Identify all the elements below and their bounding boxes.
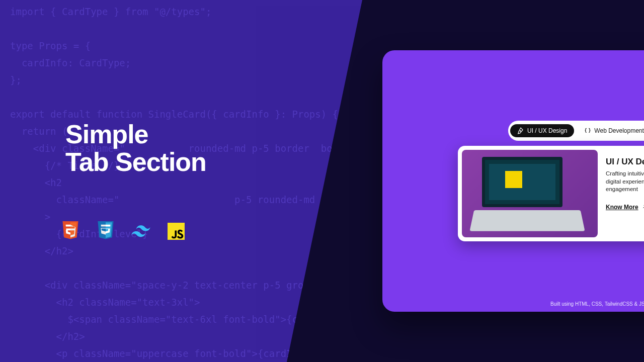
- headline: Simple Tab Section: [65, 121, 206, 175]
- card-image: [462, 150, 598, 237]
- tab-ui-ux[interactable]: UI / UX Design: [510, 124, 574, 137]
- pen-nib-icon: [517, 127, 524, 134]
- preview-window: UI / UX Design Web Development: [382, 50, 644, 312]
- tech-logos-row: [60, 221, 186, 241]
- footer-text: Built using HTML, CSS, TailwindCSS & JS.: [550, 301, 644, 307]
- cover-canvas: import { CardType } from "@/types"; type…: [0, 0, 644, 362]
- javascript-icon: [166, 221, 186, 241]
- braces-icon: [584, 127, 591, 134]
- card-body: UI / UX Des Crafting intuitive, u digita…: [598, 150, 644, 237]
- tabs-pill: UI / UX Design Web Development: [508, 121, 644, 141]
- headline-line-1: Simple: [65, 121, 206, 148]
- arrow-icon: [641, 204, 644, 211]
- know-more-label: Know More: [606, 204, 638, 211]
- css3-icon: [96, 221, 116, 241]
- content-card: UI / UX Des Crafting intuitive, u digita…: [458, 146, 644, 241]
- card-description: Crafting intuitive, u digital experience…: [606, 170, 644, 194]
- laptop-base: [469, 210, 585, 231]
- know-more-link[interactable]: Know More: [606, 204, 644, 211]
- html5-icon: [60, 221, 80, 241]
- tab-web-dev[interactable]: Web Development: [577, 124, 644, 137]
- preview-footer: Built using HTML, CSS, TailwindCSS & JS.…: [382, 301, 644, 307]
- tab-label: Web Development: [594, 127, 644, 134]
- left-panel: import { CardType } from "@/types"; type…: [0, 0, 362, 362]
- card-title: UI / UX Des: [606, 157, 644, 167]
- headline-line-2: Tab Section: [65, 148, 206, 176]
- tab-label: UI / UX Design: [527, 127, 567, 134]
- laptop-screen: [482, 157, 562, 207]
- svg-point-1: [520, 131, 521, 132]
- tailwind-icon: [131, 221, 151, 241]
- code-background: import { CardType } from "@/types"; type…: [0, 0, 362, 362]
